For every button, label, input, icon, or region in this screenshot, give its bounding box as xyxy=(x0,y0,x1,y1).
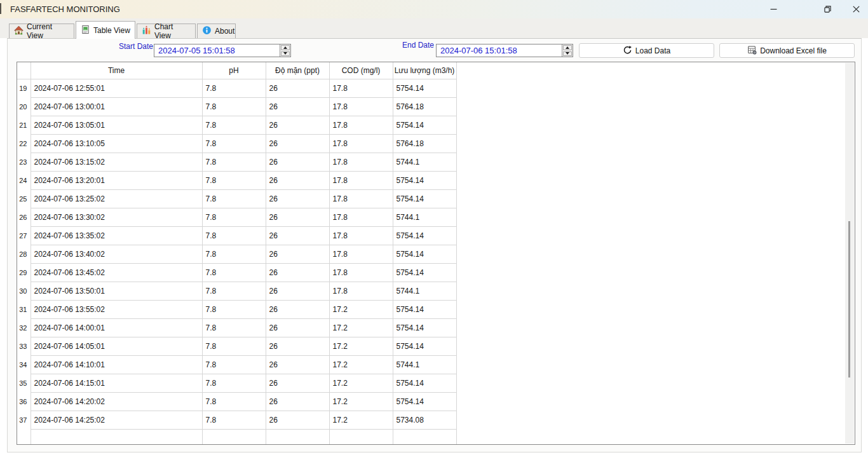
table-row[interactable]: 372024-07-06 14:25:027.82617.25734.08 xyxy=(17,411,845,429)
cell-ph[interactable]: 7.8 xyxy=(202,79,266,97)
cell-cod[interactable]: 17.8 xyxy=(329,134,393,153)
row-number[interactable]: 27 xyxy=(17,226,31,245)
cell-ph[interactable]: 7.8 xyxy=(202,134,266,153)
restore-button[interactable] xyxy=(813,0,841,18)
cell-salinity[interactable]: 26 xyxy=(266,134,329,153)
cell-ph[interactable]: 7.8 xyxy=(202,116,266,134)
column-header-flow[interactable]: Lưu lượng (m3/h) xyxy=(393,62,456,79)
cell-cod[interactable]: 17.8 xyxy=(329,189,393,208)
cell-ph[interactable]: 7.8 xyxy=(202,208,266,226)
cell-time[interactable]: 2024-07-06 13:20:01 xyxy=(31,171,202,189)
cell-salinity[interactable]: 26 xyxy=(266,189,329,208)
column-header-time[interactable]: Time xyxy=(31,62,202,79)
cell-ph[interactable]: 7.8 xyxy=(202,153,266,171)
table-row[interactable]: 262024-07-06 13:30:027.82617.85744.1 xyxy=(17,208,845,226)
cell-ph[interactable]: 7.8 xyxy=(202,226,266,245)
row-number[interactable]: 29 xyxy=(17,263,31,282)
cell-cod[interactable]: 17.8 xyxy=(329,263,393,282)
cell-cod[interactable]: 17.8 xyxy=(329,226,393,245)
tab-about[interactable]: About xyxy=(197,24,236,38)
cell-time[interactable]: 2024-07-06 13:10:05 xyxy=(31,134,202,153)
cell-time[interactable]: 2024-07-06 14:10:01 xyxy=(31,355,202,374)
cell-time[interactable]: 2024-07-06 14:25:02 xyxy=(31,411,202,429)
cell-time[interactable]: 2024-07-06 13:00:01 xyxy=(31,97,202,116)
cell-time[interactable]: 2024-07-06 14:00:01 xyxy=(31,318,202,337)
row-number[interactable]: 22 xyxy=(17,134,31,153)
cell-cod[interactable]: 17.2 xyxy=(329,318,393,337)
cell-flow[interactable]: 5744.1 xyxy=(393,355,456,374)
cell-salinity[interactable]: 26 xyxy=(266,116,329,134)
table-row[interactable]: 302024-07-06 13:50:017.82617.85744.1 xyxy=(17,282,845,300)
table-row[interactable]: 272024-07-06 13:35:027.82617.85754.14 xyxy=(17,226,845,245)
cell-ph[interactable]: 7.8 xyxy=(202,263,266,282)
cell-salinity[interactable]: 26 xyxy=(266,355,329,374)
table-row[interactable]: 352024-07-06 14:15:017.82617.25754.14 xyxy=(17,374,845,392)
table-row[interactable]: 252024-07-06 13:25:027.82617.85754.14 xyxy=(17,189,845,208)
cell-salinity[interactable]: 26 xyxy=(266,282,329,300)
cell-salinity[interactable]: 26 xyxy=(266,226,329,245)
end-date-picker[interactable]: 2024-07-06 15:01:58 xyxy=(436,44,573,57)
start-date-picker[interactable]: 2024-07-05 15:01:58 xyxy=(154,44,291,57)
cell-salinity[interactable]: 26 xyxy=(266,300,329,318)
cell-cod[interactable]: 17.8 xyxy=(329,79,393,97)
cell-salinity[interactable]: 26 xyxy=(266,245,329,263)
cell-ph[interactable]: 7.8 xyxy=(202,300,266,318)
cell-cod[interactable]: 17.8 xyxy=(329,208,393,226)
cell-salinity[interactable]: 26 xyxy=(266,318,329,337)
row-number[interactable]: 28 xyxy=(17,245,31,263)
cell-flow[interactable]: 5754.14 xyxy=(393,79,456,97)
cell-flow[interactable]: 5744.1 xyxy=(393,282,456,300)
row-number[interactable]: 25 xyxy=(17,189,31,208)
table-row[interactable]: 292024-07-06 13:45:027.82617.85754.14 xyxy=(17,263,845,282)
cell-time[interactable]: 2024-07-06 14:20:02 xyxy=(31,392,202,411)
cell-flow[interactable]: 5754.14 xyxy=(393,245,456,263)
cell-ph[interactable]: 7.8 xyxy=(202,355,266,374)
cell-time[interactable]: 2024-07-06 13:15:02 xyxy=(31,153,202,171)
row-number[interactable]: 19 xyxy=(17,79,31,97)
table-row[interactable]: 282024-07-06 13:40:027.82617.85754.14 xyxy=(17,245,845,263)
table-row[interactable]: 222024-07-06 13:10:057.82617.85764.18 xyxy=(17,134,845,153)
row-number[interactable]: 34 xyxy=(17,355,31,374)
cell-ph[interactable]: 7.8 xyxy=(202,374,266,392)
table-row[interactable]: 212024-07-06 13:05:017.82617.85754.14 xyxy=(17,116,845,134)
cell-time[interactable]: 2024-07-06 13:25:02 xyxy=(31,189,202,208)
cell-salinity[interactable]: 26 xyxy=(266,97,329,116)
row-number[interactable]: 26 xyxy=(17,208,31,226)
cell-cod[interactable]: 17.2 xyxy=(329,392,393,411)
cell-flow[interactable]: 5754.14 xyxy=(393,116,456,134)
cell-flow[interactable]: 5754.14 xyxy=(393,318,456,337)
cell-flow[interactable]: 5754.14 xyxy=(393,392,456,411)
download-excel-button[interactable]: Download Excel file xyxy=(719,43,855,58)
row-number[interactable]: 23 xyxy=(17,153,31,171)
cell-flow[interactable]: 5764.18 xyxy=(393,97,456,116)
start-date-value[interactable]: 2024-07-05 15:01:58 xyxy=(154,44,280,57)
cell-cod[interactable]: 17.2 xyxy=(329,411,393,429)
cell-flow[interactable]: 5754.14 xyxy=(393,226,456,245)
cell-ph[interactable]: 7.8 xyxy=(202,337,266,355)
table-row[interactable]: 192024-07-06 12:55:017.82617.85754.14 xyxy=(17,79,845,97)
table-row-partial[interactable] xyxy=(17,429,845,444)
table-row[interactable]: 332024-07-06 14:05:017.82617.25754.14 xyxy=(17,337,845,355)
cell-cod[interactable]: 17.2 xyxy=(329,374,393,392)
cell-time[interactable]: 2024-07-06 13:40:02 xyxy=(31,245,202,263)
cell-cod[interactable]: 17.8 xyxy=(329,171,393,189)
cell-flow[interactable]: 5754.14 xyxy=(393,189,456,208)
spin-up-button[interactable] xyxy=(563,45,572,50)
row-number[interactable]: 36 xyxy=(17,392,31,411)
table-row[interactable]: 232024-07-06 13:15:027.82617.85744.1 xyxy=(17,153,845,171)
cell-flow[interactable]: 5754.14 xyxy=(393,171,456,189)
row-number[interactable]: 35 xyxy=(17,374,31,392)
cell-cod[interactable]: 17.2 xyxy=(329,300,393,318)
cell-flow[interactable]: 5764.18 xyxy=(393,134,456,153)
spin-down-button[interactable] xyxy=(281,51,290,57)
cell-ph[interactable]: 7.8 xyxy=(202,189,266,208)
cell-flow[interactable]: 5754.14 xyxy=(393,263,456,282)
cell-flow[interactable]: 5744.1 xyxy=(393,153,456,171)
cell-flow[interactable]: 5754.14 xyxy=(393,374,456,392)
cell-time[interactable]: 2024-07-06 13:50:01 xyxy=(31,282,202,300)
table-row[interactable]: 312024-07-06 13:55:027.82617.25754.14 xyxy=(17,300,845,318)
table-row[interactable]: 242024-07-06 13:20:017.82617.85754.14 xyxy=(17,171,845,189)
table-row[interactable]: 342024-07-06 14:10:017.82617.25744.1 xyxy=(17,355,845,374)
row-number[interactable]: 20 xyxy=(17,97,31,116)
row-number[interactable]: 32 xyxy=(17,318,31,337)
